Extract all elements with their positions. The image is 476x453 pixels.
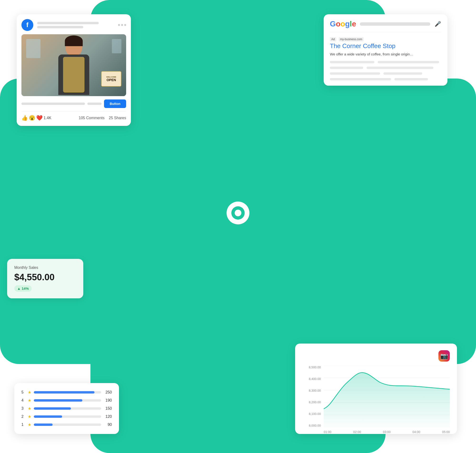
result-row-3 <box>330 72 441 75</box>
likes-count: 1.4K <box>43 116 51 120</box>
fb-cta-button[interactable]: Button <box>104 99 126 108</box>
star-num-2: 2 <box>21 414 25 419</box>
bar-container-2 <box>34 415 101 418</box>
bar-fill-1 <box>34 424 53 426</box>
fb-comments-shares: 105 Comments 25 Shares <box>79 116 126 120</box>
ratings-card: 5 ★ 250 4 ★ 190 3 ★ 150 2 ★ 120 1 ★ <box>14 383 119 434</box>
center-logo <box>225 200 251 226</box>
star-icon-2: ★ <box>28 414 31 419</box>
google-ad-badge: Ad my-business.com <box>330 37 441 41</box>
fb-action-left <box>21 103 85 105</box>
result-line <box>394 78 428 80</box>
result-row-1 <box>330 61 441 63</box>
welcome-text: WELCOME <box>107 76 116 78</box>
rating-row-2: 2 ★ 120 <box>21 414 112 419</box>
ad-label: Ad <box>330 37 336 41</box>
ig-header: 📷 <box>302 350 450 362</box>
bar-count-2: 120 <box>104 414 112 419</box>
rating-row-3: 3 ★ 150 <box>21 406 112 411</box>
result-line <box>330 78 391 80</box>
fb-reactions: 👍 😮 ❤️ 1.4K <box>21 115 51 121</box>
google-search-input-bar <box>360 22 430 26</box>
star-num-5: 5 <box>21 390 25 395</box>
ad-url: my-business.com <box>339 37 364 41</box>
bar-count-4: 190 <box>104 398 112 403</box>
x-label-3: 03:00 <box>383 430 391 434</box>
google-mic-icon: 🎤 <box>434 21 441 28</box>
bar-container-3 <box>34 407 101 410</box>
fb-post-image: WELCOME OPEN <box>21 34 126 96</box>
comments-text: 105 Comments <box>79 116 105 120</box>
dot3 <box>124 24 126 26</box>
x-label-5: 05:00 <box>442 430 450 434</box>
result-line <box>330 72 380 75</box>
y-label-4: 8,200.00 <box>302 400 321 404</box>
google-ad-content: Ad my-business.com The Corner Coffee Sto… <box>330 37 441 57</box>
dot1 <box>118 24 120 26</box>
google-results <box>330 61 441 80</box>
star-num-4: 4 <box>21 398 25 403</box>
google-ad-description: We offer a wide variety of coffee, from … <box>330 52 441 57</box>
g-green: l <box>350 20 352 28</box>
chart-x-axis: 01:00 02:00 03:00 04:00 05:00 <box>324 430 450 434</box>
bar-container-4 <box>34 399 101 402</box>
star-icon-1: ★ <box>28 422 31 427</box>
wow-emoji: 😮 <box>29 115 35 121</box>
rating-row-1: 1 ★ 90 <box>21 422 112 427</box>
open-sign: WELCOME OPEN <box>101 71 121 87</box>
g-yellow: o <box>340 20 345 28</box>
chart-area: 8,500.00 8,400.00 8,300.00 8,200.00 8,10… <box>302 365 450 427</box>
svg-point-6 <box>235 210 241 216</box>
facebook-icon: f <box>21 19 33 31</box>
sales-amount: $4,550.00 <box>14 272 76 283</box>
fb-stats: 👍 😮 ❤️ 1.4K 105 Comments 25 Shares <box>21 115 126 121</box>
dot2 <box>121 24 123 26</box>
sales-change-badge: ▲ 14% <box>14 285 32 292</box>
bar-fill-5 <box>34 391 94 394</box>
fb-placeholder-lines <box>37 22 114 28</box>
fb-menu-dots[interactable] <box>118 24 126 26</box>
bar-container-1 <box>34 424 101 426</box>
fb-action-mid <box>87 103 102 105</box>
fb-name-line <box>37 22 99 24</box>
bar-container-5 <box>34 391 101 394</box>
x-label-4: 04:00 <box>412 430 420 434</box>
bar-count-3: 150 <box>104 406 112 411</box>
fb-action-bar: Button <box>21 99 126 112</box>
open-text: OPEN <box>107 78 116 82</box>
bar-count-5: 250 <box>104 390 112 395</box>
g-blue2: g <box>345 20 350 28</box>
rating-row-4: 4 ★ 190 <box>21 398 112 403</box>
google-search-bar: Google 🎤 <box>330 20 441 32</box>
result-line <box>330 61 374 63</box>
instagram-icon: 📷 <box>438 350 450 362</box>
bar-fill-3 <box>34 407 71 410</box>
result-line <box>384 72 422 75</box>
y-label-2: 8,400.00 <box>302 377 321 381</box>
sales-title: Monthly Sales <box>14 266 76 270</box>
person-hair <box>65 35 83 46</box>
like-emoji: 👍 <box>21 115 28 121</box>
google-ad-card: Google 🎤 Ad my-business.com The Corner C… <box>324 14 448 86</box>
result-row-4 <box>330 78 441 80</box>
shares-text: 25 Shares <box>109 116 126 120</box>
y-label-6: 8,000.00 <box>302 424 321 427</box>
result-line <box>378 61 439 63</box>
y-label-5: 8,100.00 <box>302 412 321 416</box>
g-red2: e <box>352 20 356 28</box>
facebook-card: f WELCOME <box>17 14 131 126</box>
x-label-1: 01:00 <box>324 430 332 434</box>
g-red: o <box>336 20 341 28</box>
x-label-2: 02:00 <box>353 430 361 434</box>
star-icon-4: ★ <box>28 398 31 403</box>
person-body <box>58 55 89 95</box>
y-label-1: 8,500.00 <box>302 365 321 369</box>
star-icon-5: ★ <box>28 390 31 395</box>
love-emoji: ❤️ <box>36 115 43 121</box>
coffee-shop-person: WELCOME OPEN <box>21 34 126 96</box>
chart-y-axis: 8,500.00 8,400.00 8,300.00 8,200.00 8,10… <box>302 365 324 427</box>
bar-count-1: 90 <box>104 423 112 427</box>
g-blue: G <box>330 20 336 28</box>
rating-row-5: 5 ★ 250 <box>21 390 112 395</box>
person-head <box>65 37 82 56</box>
